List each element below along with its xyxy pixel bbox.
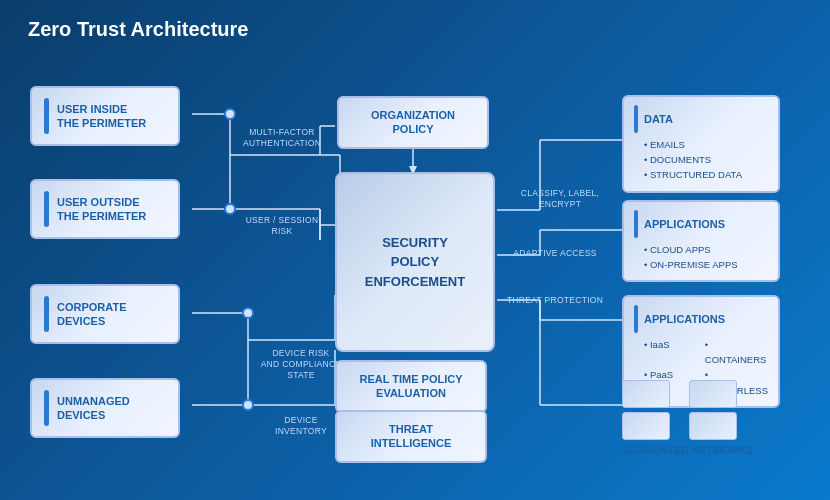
unmanaged-devices-icon-bar <box>44 390 49 426</box>
device-risk-dot <box>242 307 254 319</box>
apps2-icon-bar <box>634 305 638 333</box>
apps1-resource-box: APPLICATIONS CLOUD APPS ON-PREMISE APPS <box>622 200 780 282</box>
data-items: EMAILS DOCUMENTS STRUCTURED DATA <box>634 137 768 183</box>
org-policy-box: ORGANIZATION POLICY <box>337 96 489 149</box>
segmented-label: SEGMENTED NETWORKS <box>622 444 753 456</box>
rtpe-box: REAL TIME POLICYEVALUATION <box>335 360 487 413</box>
mfa-dot <box>224 108 236 120</box>
threat-prot-annotation: THREAT PROTECTION <box>500 295 610 306</box>
apps1-icon-bar <box>634 210 638 238</box>
device-inventory-annotation: DEVICEINVENTORY <box>256 415 346 437</box>
threat-intel-box: THREAT INTELLIGENCE <box>335 410 487 463</box>
user-inside-icon-bar <box>44 98 49 134</box>
data-icon-bar <box>634 105 638 133</box>
threat-intel-label: THREAT INTELLIGENCE <box>351 422 471 451</box>
data-resource-box: DATA EMAILS DOCUMENTS STRUCTURED DATA <box>622 95 780 193</box>
org-policy-label: ORGANIZATION POLICY <box>353 108 473 137</box>
device-inventory-dot <box>242 399 254 411</box>
seg-cell-1 <box>622 380 670 408</box>
user-outside-label: USER OUTSIDETHE PERIMETER <box>57 195 146 224</box>
apps1-item-onprem: ON-PREMISE APPS <box>644 257 768 272</box>
user-session-annotation: USER / SESSIONRISK <box>237 215 327 237</box>
seg-cell-4 <box>689 412 737 440</box>
corporate-devices-box: CORPORATEDEVICES <box>30 284 180 344</box>
apps1-item-cloud: CLOUD APPS <box>644 242 768 257</box>
apps1-title: APPLICATIONS <box>644 218 725 230</box>
apps2-item-iaas: IaaS <box>644 337 701 367</box>
corporate-devices-label: CORPORATEDEVICES <box>57 300 126 329</box>
data-item-documents: DOCUMENTS <box>644 152 768 167</box>
seg-cell-3 <box>622 412 670 440</box>
apps2-item-containers: CONTAINERS <box>705 337 768 367</box>
seg-cell-2 <box>689 380 737 408</box>
user-outside-icon-bar <box>44 191 49 227</box>
data-item-structured: STRUCTURED DATA <box>644 167 768 182</box>
corporate-devices-icon-bar <box>44 296 49 332</box>
user-outside-box: USER OUTSIDETHE PERIMETER <box>30 179 180 239</box>
spe-box: SECURITYPOLICYENFORCEMENT <box>335 172 495 352</box>
apps2-title: APPLICATIONS <box>644 313 725 325</box>
spe-label: SECURITYPOLICYENFORCEMENT <box>365 233 465 292</box>
seg-grid <box>622 380 753 440</box>
page-title: Zero Trust Architecture <box>28 18 248 41</box>
device-risk-annotation: DEVICE RISKAND COMPLIANCESTATE <box>256 348 346 381</box>
rtpe-label: REAL TIME POLICYEVALUATION <box>351 372 471 401</box>
classify-annotation: CLASSIFY, LABEL, ENCRYPT <box>500 188 620 210</box>
apps1-items: CLOUD APPS ON-PREMISE APPS <box>634 242 768 272</box>
user-inside-box: USER INSIDETHE PERIMETER <box>30 86 180 146</box>
segmented-networks-box: SEGMENTED NETWORKS <box>622 380 753 456</box>
data-title: DATA <box>644 113 673 125</box>
adaptive-annotation: ADAPTIVE ACCESS <box>500 248 610 259</box>
mfa-annotation: MULTI-FACTORAUTHENTICATION <box>237 127 327 149</box>
user-session-dot <box>224 203 236 215</box>
user-inside-label: USER INSIDETHE PERIMETER <box>57 102 146 131</box>
data-item-emails: EMAILS <box>644 137 768 152</box>
unmanaged-devices-label: UNMANAGEDDEVICES <box>57 394 130 423</box>
unmanaged-devices-box: UNMANAGEDDEVICES <box>30 378 180 438</box>
